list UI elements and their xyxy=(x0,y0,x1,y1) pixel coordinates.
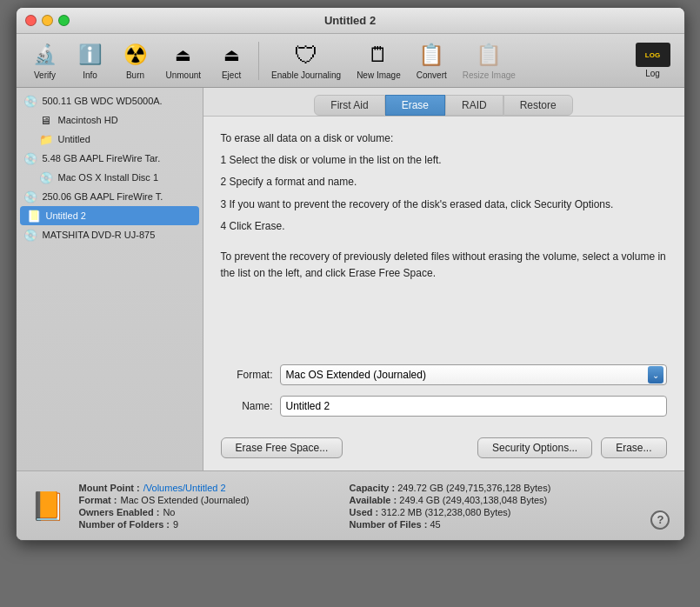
main-content: 💿 500.11 GB WDC WD5000A. 🖥 Macintosh HD … xyxy=(17,88,684,470)
format-info-value: Mac OS Extended (Journaled) xyxy=(121,495,250,505)
toolbar-enable-journaling[interactable]: 🛡 Enable Journaling xyxy=(264,37,348,83)
new-image-label: New Image xyxy=(357,70,401,80)
folders-row: Number of Folders : 9 xyxy=(79,519,250,530)
tab-erase[interactable]: Erase xyxy=(385,95,445,116)
tab-restore[interactable]: Restore xyxy=(503,95,573,116)
available-value: 249.4 GB (249,403,138,048 Bytes) xyxy=(399,495,547,505)
main-window: Untitled 2 🔬 Verify ℹ️ Info ☢️ Burn ⏏ Un… xyxy=(16,7,685,541)
untitled-vol-icon: 📁 xyxy=(39,132,53,146)
unmount-icon: ⏏ xyxy=(170,41,197,69)
erase-free-space-button[interactable]: Erase Free Space... xyxy=(221,437,343,458)
format-info-label: Format : xyxy=(79,495,117,505)
sidebar-item-untitled-vol[interactable]: 📁 Untitled xyxy=(32,130,203,149)
sidebar: 💿 500.11 GB WDC WD5000A. 🖥 Macintosh HD … xyxy=(17,88,203,470)
sidebar-item-osx-install[interactable]: 💿 Mac OS X Install Disc 1 xyxy=(32,168,203,187)
toolbar-burn[interactable]: ☢️ Burn xyxy=(114,37,157,83)
enable-journaling-label: Enable Journaling xyxy=(271,70,341,80)
name-label: Name: xyxy=(221,400,273,412)
erase-button[interactable]: Erase... xyxy=(601,437,666,458)
close-button[interactable] xyxy=(25,15,37,26)
sidebar-item-macintosh-hd[interactable]: 🖥 Macintosh HD xyxy=(32,110,203,130)
dvd-icon: 💿 xyxy=(23,228,37,242)
firewire2-label: 250.06 GB AAPL FireWire T. xyxy=(43,191,163,202)
titlebar: Untitled 2 xyxy=(17,8,684,34)
folders-label: Number of Folders : xyxy=(79,519,170,530)
instructions: To erase all data on a disk or volume: 1… xyxy=(221,130,667,235)
tab-raid[interactable]: RAID xyxy=(445,95,503,116)
sidebar-item-firewire2[interactable]: 💿 250.06 GB AAPL FireWire T. xyxy=(17,187,203,206)
eject-icon: ⏏ xyxy=(217,41,245,69)
burn-label: Burn xyxy=(126,70,144,80)
sidebar-item-untitled2[interactable]: 📙 Untitled 2 xyxy=(20,206,199,225)
toolbar-convert[interactable]: 📋 Convert xyxy=(410,37,454,83)
erase-panel: To erase all data on a disk or volume: 1… xyxy=(203,117,684,357)
files-value: 45 xyxy=(430,519,441,530)
format-select[interactable]: Mac OS Extended (Journaled) Mac OS Exten… xyxy=(280,364,667,385)
toolbar-new-image[interactable]: 🗒 New Image xyxy=(350,37,408,83)
resize-image-icon: 📋 xyxy=(475,41,503,69)
extra-info: To prevent the recovery of previously de… xyxy=(221,249,667,282)
folders-value: 9 xyxy=(173,519,178,530)
untitled2-icon: 📙 xyxy=(27,209,41,223)
available-label: Available : xyxy=(350,495,397,505)
name-row: Name: xyxy=(221,396,667,417)
window-title: Untitled 2 xyxy=(324,14,376,27)
form-area: Format: Mac OS Extended (Journaled) Mac … xyxy=(203,357,684,430)
firewire1-icon: 💿 xyxy=(23,151,37,165)
capacity-value: 249.72 GB (249,715,376,128 Bytes) xyxy=(397,483,550,493)
right-buttons: Security Options... Erase... xyxy=(477,437,666,458)
toolbar-separator xyxy=(258,42,259,80)
macintosh-hd-icon: 🖥 xyxy=(39,113,53,127)
used-value: 312.2 MB (312,238,080 Bytes) xyxy=(381,507,510,517)
log-icon: LOG xyxy=(636,43,670,67)
tab-first-aid[interactable]: First Aid xyxy=(314,95,384,116)
firewire2-icon: 💿 xyxy=(23,190,37,203)
disk1-label: 500.11 GB WDC WD5000A. xyxy=(43,96,163,106)
new-image-icon: 🗒 xyxy=(364,41,392,69)
drive-icon: 📙 xyxy=(30,489,65,524)
owners-value: No xyxy=(163,507,175,517)
security-options-button[interactable]: Security Options... xyxy=(477,437,592,458)
help-icon: ? xyxy=(657,513,664,526)
mount-point-value[interactable]: /Volumes/Untitled 2 xyxy=(143,483,226,493)
minimize-button[interactable] xyxy=(42,15,53,26)
mount-point-label: Mount Point : xyxy=(79,483,140,493)
toolbar: 🔬 Verify ℹ️ Info ☢️ Burn ⏏ Unmount ⏏ Eje… xyxy=(17,34,684,88)
capacity-label: Capacity : xyxy=(350,483,396,493)
toolbar-info[interactable]: ℹ️ Info xyxy=(69,37,112,83)
window-controls xyxy=(25,15,70,26)
enable-journaling-icon: 🛡 xyxy=(292,41,320,69)
right-panel: First Aid Erase RAID Restore To erase al… xyxy=(203,88,684,470)
eject-label: Eject xyxy=(222,70,241,80)
disk1-icon: 💿 xyxy=(23,94,37,108)
step4: 4 Click Erase. xyxy=(221,218,667,235)
files-row: Number of Files : 45 xyxy=(350,519,551,530)
untitled-vol-label: Untitled xyxy=(58,134,90,144)
resize-image-label: Resize Image xyxy=(463,70,516,80)
verify-label: Verify xyxy=(34,70,56,80)
info-label: Info xyxy=(83,70,97,80)
maximize-button[interactable] xyxy=(58,15,70,26)
bottom-info-content: Mount Point : /Volumes/Untitled 2 Format… xyxy=(79,483,670,530)
help-button[interactable]: ? xyxy=(650,510,670,530)
used-row: Used : 312.2 MB (312,238,080 Bytes) xyxy=(350,507,551,517)
unmount-label: Unmount xyxy=(166,70,202,80)
toolbar-unmount[interactable]: ⏏ Unmount xyxy=(159,37,209,83)
instruction-title: To erase all data on a disk or volume: xyxy=(221,130,667,147)
step1: 1 Select the disk or volume in the list … xyxy=(221,152,667,169)
toolbar-resize-image[interactable]: 📋 Resize Image xyxy=(456,37,523,83)
toolbar-verify[interactable]: 🔬 Verify xyxy=(23,37,67,83)
dvd-label: MATSHITA DVD-R UJ-875 xyxy=(43,230,156,240)
name-input[interactable] xyxy=(280,396,667,417)
owners-row: Owners Enabled : No xyxy=(79,507,250,517)
toolbar-eject[interactable]: ⏏ Eject xyxy=(210,37,253,83)
burn-icon: ☢️ xyxy=(122,41,150,69)
sidebar-item-firewire1[interactable]: 💿 5.48 GB AAPL FireWire Tar. xyxy=(17,149,203,168)
bottom-bar: 📙 Mount Point : /Volumes/Untitled 2 Form… xyxy=(17,470,684,540)
sidebar-item-disk1[interactable]: 💿 500.11 GB WDC WD5000A. xyxy=(17,91,203,110)
sidebar-item-dvd[interactable]: 💿 MATSHITA DVD-R UJ-875 xyxy=(17,225,203,244)
info-left: Mount Point : /Volumes/Untitled 2 Format… xyxy=(79,483,250,530)
untitled2-label: Untitled 2 xyxy=(46,210,86,221)
toolbar-log[interactable]: LOG Log xyxy=(629,39,677,82)
tabs-bar: First Aid Erase RAID Restore xyxy=(203,88,684,117)
